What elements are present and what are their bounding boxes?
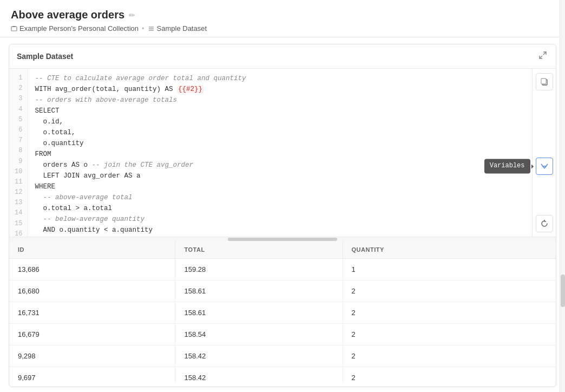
table-cell: 158.42 xyxy=(175,367,343,383)
table-column-header: TOTAL xyxy=(175,241,343,259)
table-body: 13,686159.28116,680158.61216,731158.6121… xyxy=(9,259,556,383)
expand-button[interactable] xyxy=(537,50,548,63)
table-cell: 159.28 xyxy=(175,259,343,280)
table-row: 16,679158.542 xyxy=(9,324,556,345)
breadcrumb: Example Person's Personal Collection • S… xyxy=(11,24,554,32)
copy-icon xyxy=(540,77,549,86)
scroll-thumb xyxy=(228,238,337,241)
table-cell: 13,686 xyxy=(9,259,175,280)
table-row: 16,680158.612 xyxy=(9,280,556,302)
page-header: Above average orders ✏ Example Person's … xyxy=(0,0,565,37)
breadcrumb-dataset: Sample Dataset xyxy=(148,24,207,32)
collection-icon xyxy=(11,25,17,32)
svg-rect-0 xyxy=(11,27,17,31)
table-cell: 2 xyxy=(343,302,556,324)
copy-button[interactable] xyxy=(536,73,553,90)
table-cell: 158.42 xyxy=(175,345,343,367)
table-column-header: QUANTITY xyxy=(343,241,556,259)
edit-icon[interactable]: ✏ xyxy=(129,11,135,19)
breadcrumb-separator: • xyxy=(142,24,144,32)
code-editor: 12345678910111213141516171819 -- CTE to … xyxy=(9,69,556,237)
table-row: 9,298158.422 xyxy=(9,345,556,367)
table-row: 13,686159.281 xyxy=(9,259,556,280)
code-content[interactable]: -- CTE to calculate average order total … xyxy=(28,69,556,237)
expand-icon xyxy=(538,51,547,60)
table-cell: 9,697 xyxy=(9,367,175,383)
refresh-icon xyxy=(540,219,549,228)
table-cell: 158.54 xyxy=(175,324,343,345)
scrollbar-thumb xyxy=(561,275,565,307)
table-cell: 2 xyxy=(343,345,556,367)
side-toolbar: Variables xyxy=(532,69,556,237)
panel-title: Sample Dataset xyxy=(17,52,73,61)
table-cell: 1 xyxy=(343,259,556,280)
svg-rect-1 xyxy=(12,26,16,27)
table-cell: 158.61 xyxy=(175,302,343,324)
vertical-scrollbar[interactable] xyxy=(560,0,565,392)
refresh-button[interactable] xyxy=(536,215,553,232)
table-row: 9,697158.422 xyxy=(9,367,556,383)
results-container: IDTOTALQUANTITY 13,686159.28116,680158.6… xyxy=(9,241,556,382)
page-title: Above average orders xyxy=(11,9,124,21)
line-numbers: 12345678910111213141516171819 xyxy=(9,69,28,237)
table-column-header: ID xyxy=(9,241,175,259)
variables-icon xyxy=(540,162,549,171)
results-table: IDTOTALQUANTITY 13,686159.28116,680158.6… xyxy=(9,241,556,382)
table-cell: 16,731 xyxy=(9,302,175,324)
dataset-icon xyxy=(148,25,155,32)
table-cell: 2 xyxy=(343,367,556,383)
table-cell: 9,298 xyxy=(9,345,175,367)
horizontal-scrollbar[interactable] xyxy=(9,237,556,241)
table-cell: 16,679 xyxy=(9,324,175,345)
table-cell: 158.61 xyxy=(175,280,343,302)
table-cell: 2 xyxy=(343,280,556,302)
breadcrumb-collection: Example Person's Personal Collection xyxy=(11,24,139,32)
panel-header: Sample Dataset xyxy=(9,44,556,69)
table-cell: 16,680 xyxy=(9,280,175,302)
table-cell: 2 xyxy=(343,324,556,345)
variables-button[interactable] xyxy=(536,158,553,175)
svg-rect-8 xyxy=(541,79,546,84)
table-header-row: IDTOTALQUANTITY xyxy=(9,241,556,259)
table-row: 16,731158.612 xyxy=(9,302,556,324)
main-panel: Sample Dataset 1234567891011121314151617… xyxy=(9,44,556,387)
